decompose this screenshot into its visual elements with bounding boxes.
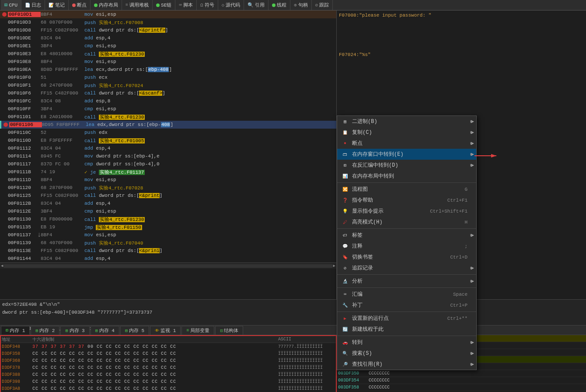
tb-cpu[interactable]: ⊞ CPU [1, 0, 21, 10]
mem-row[interactable]: D3DF348 37 37 37 37 37 37 00 CC CC CC CC… [1, 343, 336, 350]
tb-thread[interactable]: 线程 [269, 0, 290, 10]
disasm-row[interactable]: 00F010FF 3BF4 cmp esi,esp [0, 105, 336, 113]
ctx-patch[interactable]: 🔧 补丁 Ctrl+P [337, 300, 476, 311]
tb-handle[interactable]: ⊕ 句柄 [290, 0, 312, 10]
ctx-instr-help[interactable]: ❓ 指令帮助 Ctrl+F1 [337, 195, 476, 206]
disasm-row[interactable]: 00F0112B 83C4 04 add esp,4 [0, 200, 336, 207]
comment-icon: 💬 [342, 243, 349, 250]
tb-callstack[interactable]: ≡ 调用堆栈 [122, 0, 153, 10]
disasm-row[interactable]: 00F0111D 8BF4 mov esi,esp [0, 176, 336, 184]
disasm-row[interactable]: 00F010EA 8D8D F8FBFFFF lea ecx,dword ptr… [0, 66, 336, 74]
disasm-scrollbar[interactable]: ◀ ▶ [0, 262, 336, 269]
tb-ref[interactable]: 🔍 引用 [244, 0, 269, 10]
mem-header: 地址 十六进制制 ASCII [1, 336, 336, 343]
mem-tab-5[interactable]: ⊞ 内存 5 [120, 326, 149, 335]
ctx-highlight[interactable]: 🖊 高亮模式(H) H [337, 217, 476, 228]
disasm-row[interactable]: 00F0111B 74 19 ✓ je 实验4_rtc.F01137 [0, 168, 336, 176]
ctx-trace[interactable]: ⊘ 追踪记录 ▶ [337, 262, 476, 273]
patch-icon: 🔧 [342, 302, 349, 309]
mem-row[interactable]: D3DF388 CC CC CC CC CC CC CC CC CC CC CC… [1, 371, 336, 378]
disasm-row[interactable]: 00F01101 E8 2A010000 call 实验4_rtc.F01230 [0, 113, 336, 121]
ctx-findref[interactable]: 🔎 查找引用(R) ▶ [337, 359, 476, 370]
disasm-row[interactable]: 00F01130 E8 FB000000 call 实验4_rtc.F01230 [0, 215, 336, 223]
mem-row[interactable]: D3DF368 CC CC CC CC CC CC CC CC CC CC CC… [1, 357, 336, 364]
scroll-right-icon[interactable]: ▶ [333, 263, 335, 268]
ctx-label[interactable]: 🏷 标签 ▶ [337, 230, 476, 241]
bp-empty [2, 217, 7, 221]
disasm-row[interactable]: 00F0112E 3BF4 cmp esi,esp [0, 207, 336, 215]
mem-tab-2[interactable]: ⊞ 内存 2 [31, 326, 59, 335]
disasm-row[interactable]: 00F01144 83C4 04 add esp,4 [0, 255, 336, 262]
ctx-flowchart[interactable]: 🔀 流程图 G [337, 184, 476, 195]
disasm-row[interactable]: 00F010F0 51 push ecx [0, 74, 336, 81]
disasm-row[interactable]: 00F010E1 3BF4 cmp esi,esp [0, 42, 336, 50]
disasm-row[interactable]: 00F01114 8945 FC mov dword ptr ss:[ebp-4… [0, 152, 336, 160]
disasm-row[interactable]: 00F010FC 83C4 08 add esp,8 [0, 97, 336, 105]
ctx-disasm-goto[interactable]: ⊞ 在反汇编中转到(D) ▶ [337, 160, 476, 171]
disasm-row[interactable]: 00F010D1 8BF4 mov esi,esp [0, 10, 336, 18]
tb-script[interactable]: ⌨ 脚本 [175, 0, 197, 10]
mem-row[interactable]: D3DF3A8 CC CC CC CC CC CC CC CC CC CC CC… [1, 385, 336, 392]
disasm-row[interactable]: ↓ 00F01137 8BF4 mov esi,esp [0, 231, 336, 239]
mem-tab-1[interactable]: ⊞ 内存 1 [1, 326, 30, 335]
bp-empty [2, 201, 7, 206]
tb-bp[interactable]: 断点 [69, 0, 91, 10]
mem-hex-pane[interactable]: 地址 十六进制制 ASCII D3DF348 37 37 37 37 37 37… [0, 335, 337, 392]
disasm-pane[interactable]: 00F010D1 8BF4 mov esi,esp 00F010D3 68 08… [0, 10, 337, 299]
mem-row[interactable]: D3DF358 CC CC CC CC CC CC CC CC CC CC CC… [1, 350, 336, 357]
ctx-search[interactable]: 🔍 搜索(S) ▶ [337, 348, 476, 359]
ctx-asm[interactable]: ⌨ 汇编 Space [337, 289, 476, 300]
mem-row[interactable]: D3DF398 CC CC CC CC CC CC CC CC CC CC CC… [1, 378, 336, 385]
mem-tab-3[interactable]: ⊞ 内存 3 [60, 326, 89, 335]
bp-empty [2, 44, 7, 48]
disasm-row[interactable]: 00F010E3 E8 48010000 call 实验4_rtc.F01230 [0, 50, 336, 58]
mem-tab-watch[interactable]: 👁 监视 1 [150, 326, 181, 335]
eip-disasm-row[interactable]: EIP → 00F01106 8D95 F8FBFFFF lea edx,dwo… [0, 121, 336, 129]
tb-trace[interactable]: ⊘ 跟踪 [312, 0, 333, 10]
tb-symbol[interactable]: Ω 符号 [197, 0, 218, 10]
mem-tab-struct[interactable]: ⊡ 结构体 [215, 326, 243, 335]
ctx-set-origin[interactable]: ▶ 设置新的运行点 Ctrl+** [337, 313, 476, 324]
disasm-row[interactable]: 00F010DE 83C4 04 add esp,4 [0, 34, 336, 42]
ctx-breakpoint[interactable]: ● 断点 ▶ [337, 138, 476, 149]
ctx-copy[interactable]: 📋 复制(C) ▶ [337, 127, 476, 138]
disasm-row[interactable]: 00F01117 837D FC 00 cmp dword ptr ss:[eb… [0, 160, 336, 168]
ctx-analyze[interactable]: 🔬 分析 ▶ [337, 276, 476, 287]
disasm-row[interactable]: 00F0110C 52 push edx [0, 129, 336, 136]
disasm-row[interactable]: 00F01135 EB 19 jmp 实验4_rtc.F01150 [0, 223, 336, 231]
mem-tab-icon-2: ⊞ [35, 328, 38, 333]
right-row: 003DF350 CCCCCCCC [337, 370, 586, 377]
tb-memlayout[interactable]: 内存布局 [91, 0, 122, 10]
status-line-2: dword ptr ss:[ebp-408]=[003DF348 "777777… [2, 308, 584, 316]
tb-src[interactable]: ◇ 源代码 [218, 0, 244, 10]
disasm-row[interactable]: 00F0110D E8 F3FEFFFF call 实验4_rtc.F01005 [0, 136, 336, 144]
disasm-row[interactable]: 00F01139 68 4070F000 push 实验4_rtc.F07040 [0, 239, 336, 247]
disasm-row[interactable]: 00F010D8 FF15 C082F000 call dword ptr ds… [0, 26, 336, 34]
mem-row[interactable]: D3DF378 CC CC CC CC CC CC CC CC CC CC CC… [1, 364, 336, 371]
ctx-memlayout-goto[interactable]: 📊 在内存布局中转到 [337, 171, 476, 182]
disasm-row[interactable]: 00F010D3 68 0870F000 push 实验4_rtc.F07008 [0, 18, 336, 26]
scroll-left-icon[interactable]: ◀ [1, 263, 3, 268]
disasm-row[interactable]: 00F01112 83C4 04 add esp,4 [0, 144, 336, 152]
disasm-row[interactable]: 00F010F1 68 2470F000 push 实验4_rtc.F07024 [0, 81, 336, 89]
bp-empty [2, 91, 7, 95]
ctx-goto[interactable]: 🚗 转到 ▶ [337, 337, 476, 348]
ctx-binary[interactable]: ▤ 二进制(B) ▶ [337, 116, 476, 127]
ctx-divider2 [337, 228, 476, 229]
ctx-comment[interactable]: 💬 注释 ; [337, 241, 476, 252]
mem-tab-4[interactable]: ⊞ 内存 4 [91, 326, 119, 335]
ctx-bookmark[interactable]: 🔖 切换书签 Ctrl+D [337, 252, 476, 262]
disasm-row[interactable]: 00F01120 68 2870F000 push 实验4_rtc.F07028 [0, 184, 336, 192]
tb-se[interactable]: SE链 [153, 0, 175, 10]
disasm-row[interactable]: 00F0113E FF15 C082F000 call dword ptr ds… [0, 247, 336, 255]
tb-note[interactable]: 📝 笔记 [45, 0, 69, 10]
mem-tab-locals[interactable]: ≡ 局部变量 [181, 326, 214, 335]
bp-empty [2, 233, 7, 237]
disasm-row[interactable]: 00F010E8 8BF4 mov esi,esp [0, 58, 336, 66]
disasm-row[interactable]: 00F01125 FF15 C082F000 call dword ptr ds… [0, 192, 336, 200]
disasm-row[interactable]: 00F010F6 FF15 C482F000 call dword ptr ds… [0, 89, 336, 97]
ctx-mem-goto[interactable]: 🗃 在内存窗口中转到(E) ▶ [337, 149, 476, 160]
ctx-show-tip[interactable]: 💡 显示指令提示 Ctrl+Shift+F1 [337, 206, 476, 217]
tb-log[interactable]: 📄 日志 [21, 0, 45, 10]
ctx-new-thread[interactable]: 🔄 新建线程于此 [337, 324, 476, 335]
